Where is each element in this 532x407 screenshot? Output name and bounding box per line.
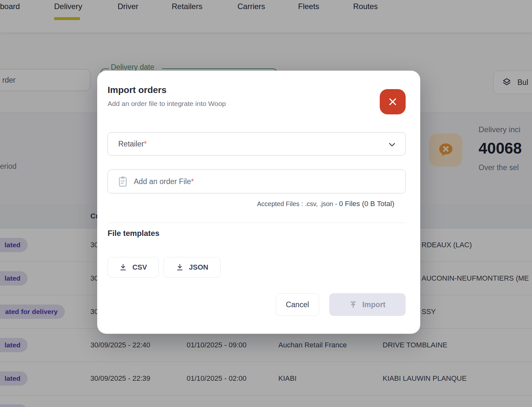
retailer-select-label: Retailer* [118, 140, 147, 148]
csv-button-label: CSV [132, 263, 147, 272]
json-button-label: JSON [189, 263, 208, 272]
upload-icon [349, 301, 357, 308]
import-orders-modal: Import orders Add an order file to integ… [97, 71, 420, 334]
cancel-button-label: Cancel [286, 300, 309, 309]
files-count: 0 Files (0 B Total) [339, 200, 394, 208]
close-button[interactable] [380, 89, 406, 114]
download-json-template-button[interactable]: JSON [164, 257, 221, 278]
modal-title: Import orders [108, 85, 167, 95]
required-asterisk: * [144, 140, 147, 148]
section-divider [108, 223, 406, 223]
accepted-files-note: Accepted Files : .csv, .json - 0 Files (… [257, 200, 394, 208]
modal-subtitle: Add an order file to integrate into Woop [108, 100, 226, 108]
download-csv-template-button[interactable]: CSV [108, 257, 159, 278]
import-button-label: Import [362, 300, 386, 309]
cancel-button[interactable]: Cancel [276, 293, 319, 316]
close-icon [388, 97, 398, 107]
chevron-down-icon [388, 140, 396, 149]
order-file-label: Add an order File* [134, 177, 194, 186]
download-icon [176, 263, 184, 271]
import-button[interactable]: Import [329, 293, 406, 316]
clipboard-icon [118, 176, 128, 187]
retailer-select[interactable]: Retailer* [108, 132, 406, 156]
order-file-input[interactable]: Add an order File* [108, 169, 406, 193]
required-asterisk: * [191, 177, 194, 186]
file-templates-heading: File templates [108, 229, 159, 238]
download-icon [119, 263, 127, 271]
